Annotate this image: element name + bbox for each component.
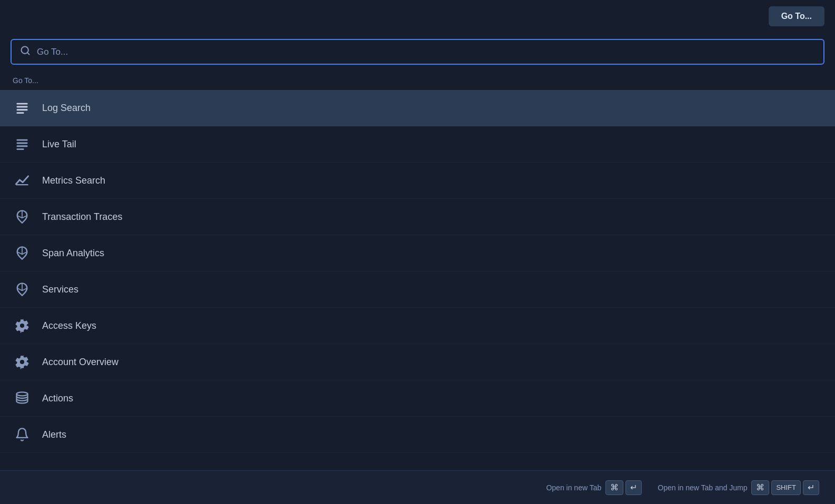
menu-item-label: Metrics Search [42, 175, 105, 186]
menu-item-live-tail[interactable]: Live Tail [0, 126, 835, 163]
kbd-cmd-2: ⌘ [751, 480, 769, 495]
menu-item-services[interactable]: Services [0, 271, 835, 308]
menu-item-label: Account Overview [42, 357, 118, 368]
kbd-group-1: ⌘ ↵ [605, 480, 642, 495]
gear-icon [13, 352, 32, 371]
open-new-tab-shortcut: Open in new Tab ⌘ ↵ [546, 480, 642, 495]
menu-item-label: Alerts [42, 429, 66, 440]
kbd-enter-2: ↵ [803, 480, 819, 495]
menu-item-span-analytics[interactable]: Span Analytics [0, 235, 835, 271]
goto-button[interactable]: Go To... [769, 6, 824, 26]
svg-rect-5 [17, 112, 24, 114]
svg-rect-6 [17, 139, 28, 141]
bell-icon [13, 425, 32, 444]
kbd-group-2: ⌘ SHIFT ↵ [751, 480, 819, 495]
svg-rect-10 [16, 184, 28, 185]
open-new-tab-label: Open in new Tab [546, 483, 601, 492]
menu-item-transaction-traces[interactable]: Transaction Traces [0, 199, 835, 235]
svg-rect-8 [17, 145, 28, 147]
menu-item-alerts[interactable]: Alerts [0, 417, 835, 453]
svg-rect-4 [17, 109, 28, 110]
list-icon [13, 98, 32, 117]
menu-item-label: Transaction Traces [42, 211, 122, 223]
section-label: Go To... [0, 71, 835, 90]
kbd-shift: SHIFT [771, 480, 801, 495]
services-icon [13, 280, 32, 299]
kbd-enter-1: ↵ [625, 480, 642, 495]
actions-icon [13, 389, 32, 408]
svg-point-14 [17, 392, 28, 396]
analytics-icon [13, 244, 32, 263]
open-new-tab-jump-label: Open in new Tab and Jump [658, 483, 747, 492]
svg-rect-7 [17, 143, 28, 144]
search-container [0, 33, 835, 71]
menu-item-label: Actions [42, 393, 73, 404]
svg-rect-3 [17, 106, 28, 108]
metrics-icon [13, 171, 32, 190]
menu-item-label: Log Search [42, 103, 91, 114]
open-new-tab-jump-shortcut: Open in new Tab and Jump ⌘ SHIFT ↵ [658, 480, 819, 495]
menu-item-label: Services [42, 284, 78, 295]
menu-list: Log Search Live Tail Metrics Search [0, 90, 835, 453]
footer-bar: Open in new Tab ⌘ ↵ Open in new Tab and … [0, 470, 835, 504]
list-icon [13, 135, 32, 154]
gear-icon [13, 316, 32, 335]
menu-item-label: Access Keys [42, 320, 96, 331]
menu-item-actions[interactable]: Actions [0, 380, 835, 417]
menu-item-label: Span Analytics [42, 248, 104, 259]
menu-item-log-search[interactable]: Log Search [0, 90, 835, 126]
kbd-cmd-1: ⌘ [605, 480, 623, 495]
svg-line-1 [27, 53, 29, 55]
traces-icon [13, 207, 32, 226]
svg-rect-9 [17, 148, 24, 150]
top-bar: Go To... [0, 0, 835, 33]
menu-item-account-overview[interactable]: Account Overview [0, 344, 835, 380]
menu-item-label: Live Tail [42, 139, 76, 150]
search-icon [20, 45, 31, 58]
menu-item-access-keys[interactable]: Access Keys [0, 308, 835, 344]
menu-item-metrics-search[interactable]: Metrics Search [0, 163, 835, 199]
svg-rect-2 [17, 103, 28, 105]
search-input[interactable] [37, 47, 815, 57]
